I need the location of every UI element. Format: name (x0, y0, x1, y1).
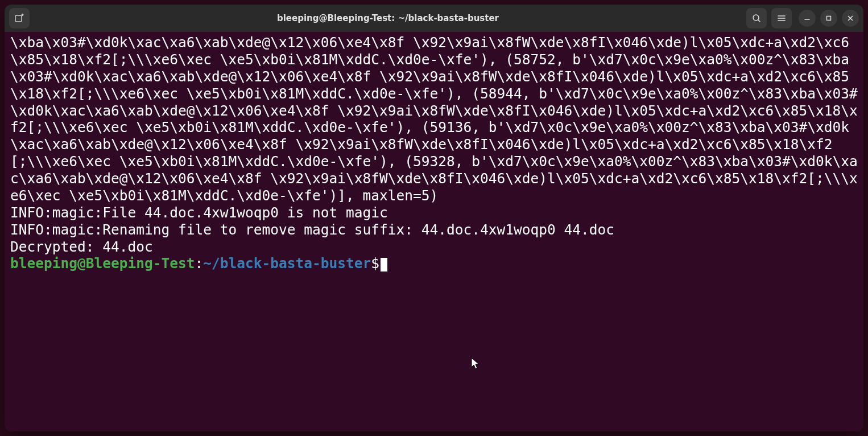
terminal-body[interactable]: \xba\x03#\xd0k\xac\xa6\xab\xde@\x12\x06\… (5, 32, 863, 431)
terminal-output-raw: \xba\x03#\xd0k\xac\xa6\xab\xde@\x12\x06\… (10, 34, 858, 204)
titlebar: bleeping@Bleeping-Test: ~/black-basta-bu… (5, 5, 863, 32)
prompt-separator: : (195, 255, 204, 272)
menu-button[interactable] (771, 8, 792, 28)
minimize-button[interactable] (799, 10, 816, 27)
terminal-info-line-1: INFO:magic:File 44.doc.4xw1woqp0 is not … (10, 204, 388, 221)
prompt-symbol: $ (371, 255, 379, 272)
close-icon (847, 15, 854, 22)
terminal-info-line-2: INFO:magic:Renaming file to remove magic… (10, 221, 614, 238)
new-tab-icon (14, 13, 24, 23)
maximize-icon (825, 15, 832, 22)
search-button[interactable] (746, 8, 767, 28)
svg-rect-0 (15, 15, 22, 22)
minimize-icon (804, 15, 811, 22)
titlebar-left (9, 8, 30, 28)
text-cursor (381, 258, 387, 272)
hamburger-icon (777, 14, 786, 23)
maximize-button[interactable] (820, 10, 837, 27)
terminal-window: bleeping@Bleeping-Test: ~/black-basta-bu… (5, 5, 863, 431)
close-button[interactable] (842, 10, 859, 27)
svg-line-2 (758, 20, 760, 22)
window-title: bleeping@Bleeping-Test: ~/black-basta-bu… (34, 13, 742, 23)
new-tab-button[interactable] (9, 8, 30, 28)
titlebar-right (746, 8, 859, 28)
prompt-path: ~/black-basta-buster (203, 255, 371, 272)
terminal-decrypted-line: Decrypted: 44.doc (10, 238, 153, 255)
search-icon (752, 14, 761, 23)
mouse-cursor-icon (471, 357, 480, 370)
svg-rect-7 (827, 17, 831, 20)
prompt-user-host: bleeping@Bleeping-Test (10, 255, 195, 272)
